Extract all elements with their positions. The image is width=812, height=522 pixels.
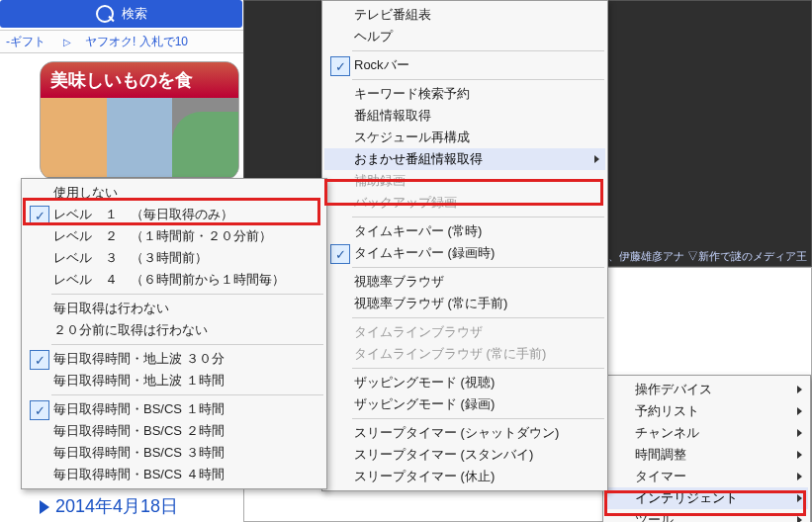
check-icon: ✓ <box>330 56 350 76</box>
tab-auction[interactable]: ヤフオク! 入札で10 <box>79 35 194 48</box>
menu-left-item-14[interactable]: 毎日取得時間・BS/CS ３時間 <box>24 442 324 464</box>
menu-separator <box>352 79 604 80</box>
menu-mid-item-5[interactable]: キーワード検索予約 <box>324 83 605 105</box>
menu-mid-item-7[interactable]: スケジュール再構成 <box>324 127 605 148</box>
menu-separator <box>352 368 604 369</box>
menu-mid-item-3[interactable]: ✓Rockバー <box>324 54 605 76</box>
menu-left-item-13[interactable]: 毎日取得時間・BS/CS ２時間 <box>24 420 324 442</box>
menu-mid-item-24[interactable]: スリープタイマー (シャットダウン) <box>324 422 605 444</box>
tab-gift[interactable]: -ギフト <box>0 34 51 50</box>
menu-item-label: 毎日取得時間・BS/CS ４時間 <box>53 466 225 483</box>
menu-mid-item-6[interactable]: 番組情報取得 <box>324 105 605 127</box>
submenu-arrow-icon <box>797 451 802 459</box>
menu-mid-item-12[interactable]: タイムキーパー (常時) <box>324 220 605 242</box>
menu-separator <box>51 344 323 345</box>
menu-mid-item-26[interactable]: スリープタイマー (休止) <box>324 466 605 487</box>
menu-item-label: 毎日取得時間・BS/CS １時間 <box>53 400 225 418</box>
menu-left-item-12[interactable]: ✓毎日取得時間・BS/CS １時間 <box>24 398 324 420</box>
menu-item-label: タイムキーパー (録画時) <box>354 244 495 262</box>
menu-left-item-7[interactable]: ２０分前に取得は行わない <box>24 319 324 341</box>
menu-item-label: スリープタイマー (シャットダウン) <box>354 424 559 442</box>
menu-right-item-3[interactable]: 時間調整 <box>605 444 808 466</box>
menu-left-item-2[interactable]: レベル ２ （１時間前・２０分前） <box>24 225 324 247</box>
submenu-arrow-icon <box>797 407 802 415</box>
menu-separator <box>51 394 323 395</box>
menu-separator <box>352 418 604 419</box>
menu-mid-item-19: タイムラインブラウザ (常に手前) <box>324 343 605 365</box>
menu-item-label: キーワード検索予約 <box>354 85 470 103</box>
menu-item-label: Rockバー <box>354 56 409 74</box>
highlight-level1 <box>23 198 320 225</box>
menu-separator <box>352 267 604 268</box>
menu-mid-item-0[interactable]: テレビ番組表 <box>324 4 605 26</box>
submenu-arrow-icon <box>594 155 599 163</box>
menu-item-label: おまかせ番組情報取得 <box>354 150 483 168</box>
dark-caption: □、伊藤雄彦アナ ▽新作で謎のメディア王 <box>601 249 807 264</box>
menu-item-label: テレビ番組表 <box>354 6 431 24</box>
play-icon <box>40 500 49 514</box>
menu-right-item-2[interactable]: チャンネル <box>605 422 808 444</box>
submenu-arrow-icon <box>797 386 802 393</box>
menu-separator <box>352 217 604 218</box>
menu-item-label: スリープタイマー (休止) <box>354 468 495 485</box>
menu-right-item-0[interactable]: 操作デバイス <box>605 379 808 400</box>
menu-left-item-4[interactable]: レベル ４ （６時間前から１時間毎） <box>24 269 324 291</box>
context-menu-intelligent[interactable]: テレビ番組表ヘルプ✓Rockバーキーワード検索予約番組情報取得スケジュール再構成… <box>321 0 608 491</box>
menu-mid-item-8[interactable]: おまかせ番組情報取得 <box>324 148 605 170</box>
menu-mid-item-25[interactable]: スリープタイマー (スタンバイ) <box>324 444 605 466</box>
highlight-omakase <box>324 179 603 206</box>
menu-mid-item-21[interactable]: ザッピングモード (視聴) <box>324 372 605 393</box>
submenu-arrow-icon <box>797 473 802 480</box>
menu-separator <box>352 317 604 318</box>
check-icon: ✓ <box>30 350 49 370</box>
menu-item-label: ヘルプ <box>354 28 393 45</box>
menu-separator <box>352 50 604 51</box>
menu-separator <box>51 294 323 295</box>
menu-item-label: タイムキーパー (常時) <box>354 222 482 240</box>
submenu-arrow-icon <box>797 429 802 437</box>
menu-item-label: 操作デバイス <box>635 381 712 398</box>
menu-left-item-15[interactable]: 毎日取得時間・BS/CS ４時間 <box>24 464 324 485</box>
menu-item-label: 予約リスト <box>635 402 699 420</box>
menu-mid-item-1[interactable]: ヘルプ <box>324 26 605 47</box>
menu-right-item-1[interactable]: 予約リスト <box>605 400 808 422</box>
menu-left-item-10[interactable]: 毎日取得時間・地上波 １時間 <box>24 370 324 392</box>
menu-right-item-4[interactable]: タイマー <box>605 466 808 487</box>
menu-item-label: 毎日取得時間・地上波 ３０分 <box>53 350 225 368</box>
menu-left-item-9[interactable]: ✓毎日取得時間・地上波 ３０分 <box>24 348 324 370</box>
menu-item-label: 毎日取得時間・BS/CS ２時間 <box>53 422 225 440</box>
check-icon: ✓ <box>30 400 49 420</box>
menu-left-item-6[interactable]: 毎日取得は行わない <box>24 298 324 319</box>
tab-links: -ギフト ▷ヤフオク! 入札で10 <box>0 30 243 53</box>
banner-title: 美味しいものを食 <box>41 62 238 98</box>
menu-item-label: 毎日取得時間・BS/CS ３時間 <box>53 444 225 462</box>
menu-item-label: レベル ４ （６時間前から１時間毎） <box>53 271 285 289</box>
search-icon <box>96 5 114 23</box>
date-bar[interactable]: 2014年4月18日 <box>40 494 178 518</box>
menu-item-label: タイムラインブラウザ <box>354 323 483 341</box>
date-label: 2014年4月18日 <box>55 496 178 516</box>
menu-item-label: チャンネル <box>635 424 699 442</box>
menu-item-label: 番組情報取得 <box>354 107 431 125</box>
highlight-intelligent <box>604 490 806 516</box>
menu-item-label: タイマー <box>635 468 686 485</box>
search-label: 検索 <box>122 5 147 23</box>
menu-item-label: レベル ２ （１時間前・２０分前） <box>53 227 272 245</box>
menu-mid-item-15[interactable]: 視聴率ブラウザ <box>324 271 605 293</box>
search-button[interactable]: 検索 <box>0 0 242 28</box>
triangle-icon: ▷ <box>57 37 77 47</box>
menu-item-label: ２０分前に取得は行わない <box>53 321 208 339</box>
banner-images <box>41 98 238 177</box>
menu-item-label: タイムラインブラウザ (常に手前) <box>354 345 546 363</box>
menu-item-label: 毎日取得時間・地上波 １時間 <box>53 372 225 390</box>
banner[interactable]: 美味しいものを食 <box>40 61 239 180</box>
check-icon: ✓ <box>330 244 350 264</box>
menu-mid-item-22[interactable]: ザッピングモード (録画) <box>324 393 605 415</box>
menu-item-label: ザッピングモード (視聴) <box>354 374 495 392</box>
submenu-arrow-icon <box>797 516 802 522</box>
menu-mid-item-13[interactable]: ✓タイムキーパー (録画時) <box>324 242 605 264</box>
menu-item-label: 視聴率ブラウザ <box>354 273 444 291</box>
menu-left-item-3[interactable]: レベル ３ （３時間前） <box>24 247 324 269</box>
menu-item-label: スリープタイマー (スタンバイ) <box>354 446 533 464</box>
menu-mid-item-16[interactable]: 視聴率ブラウザ (常に手前) <box>324 293 605 314</box>
